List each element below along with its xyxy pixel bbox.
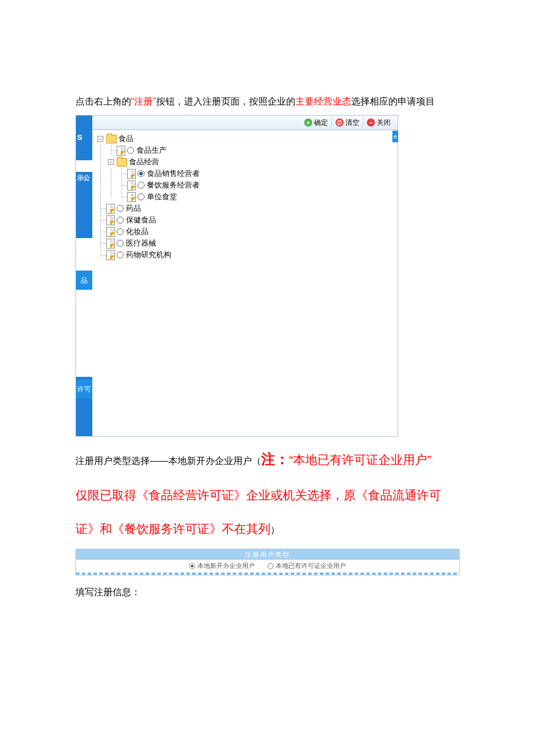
- category-tree-dialog: S 示公 品 许可 + 确定 ∅ 清空 – 关闭 e: [75, 115, 398, 437]
- radio-icon[interactable]: [117, 251, 124, 258]
- paragraph-2b: 仅限已取得《食品经营许可证》企业或机关选择，原《食品流通许可: [75, 481, 459, 510]
- folder-icon: [106, 135, 117, 143]
- user-type-option-new[interactable]: 本地新开办企业用户: [189, 561, 255, 570]
- close-label: 关闭: [377, 118, 391, 128]
- left-frag-gong: 示公: [77, 174, 90, 182]
- tree-node-drug[interactable]: 药品: [96, 203, 394, 214]
- p2-line1: “本地已有许可证企业用户”: [289, 453, 431, 466]
- page-icon: [127, 181, 136, 190]
- category-tree: − 食品 食品生产 − 食品经营: [96, 133, 394, 433]
- tree-node-food-production[interactable]: 食品生产: [96, 145, 394, 156]
- left-frag-s: S: [77, 133, 82, 142]
- radio-icon[interactable]: [138, 182, 145, 189]
- clear-button[interactable]: ∅ 清空: [331, 117, 363, 128]
- page-icon: [106, 227, 115, 237]
- radio-icon[interactable]: [117, 228, 124, 235]
- radio-icon[interactable]: [138, 170, 145, 177]
- p2-line2: 仅限已取得《食品经营许可证》企业或机关选择，原《食品流通许可: [75, 488, 441, 502]
- radio-icon: [268, 563, 273, 569]
- dialog-left-background: S 示公 品 许可: [76, 116, 92, 436]
- clear-label: 清空: [345, 118, 359, 128]
- p1-key: 主要经营业态: [295, 96, 351, 106]
- p3-text: 填写注册信息：: [75, 587, 140, 597]
- tree-node-food[interactable]: − 食品: [96, 133, 394, 145]
- plus-icon: +: [304, 118, 312, 127]
- p1-register-quote: “注册”: [131, 96, 156, 106]
- tree-node-cosmetics[interactable]: 化妆品: [96, 226, 394, 237]
- tree-node-food-sales-operator[interactable]: 食品销售经营者: [96, 168, 394, 179]
- p1-mid: 按钮，进入注册页面，按照企业的: [156, 96, 295, 106]
- tree-node-food-business[interactable]: − 食品经营: [96, 156, 394, 168]
- tree-node-canteen[interactable]: 单位食堂: [96, 191, 394, 203]
- page-icon: [106, 239, 115, 249]
- radio-icon[interactable]: [117, 217, 124, 224]
- paragraph-2: 注册用户类型选择——本地新开办企业用户（注：“本地已有许可证企业用户”: [75, 442, 459, 476]
- page-icon: [127, 169, 136, 179]
- tree-node-drug-research[interactable]: 药物研究机构: [96, 249, 394, 261]
- user-type-body: 本地新开办企业用户 本地已有许可证企业用户: [76, 560, 459, 573]
- p1-pre: 点击右上角的: [75, 96, 131, 106]
- p2-post: ）: [270, 525, 280, 535]
- radio-icon[interactable]: [117, 240, 124, 247]
- page-icon: [127, 192, 136, 202]
- tree-node-health-food[interactable]: 保健食品: [96, 214, 394, 226]
- close-button[interactable]: – 关闭: [363, 117, 394, 128]
- confirm-label: 确定: [314, 118, 328, 128]
- tree-node-medical-device[interactable]: 医疗器械: [96, 237, 394, 249]
- left-frag-pin: 品: [76, 271, 92, 290]
- user-type-panel: 注册用户类型 本地新开办企业用户 本地已有许可证企业用户: [75, 549, 460, 575]
- user-type-opt1-label: 本地新开办企业用户: [197, 561, 255, 570]
- left-frag-ke: 许可: [76, 380, 92, 398]
- page-icon: [106, 204, 115, 214]
- p1-post: 选择相应的申请项目: [351, 96, 435, 106]
- minus-icon: –: [367, 118, 375, 127]
- page-icon: [106, 215, 115, 225]
- p2-note-label: 注：: [261, 451, 289, 467]
- radio-icon[interactable]: [117, 205, 124, 212]
- page-icon: [117, 146, 125, 156]
- user-type-decor: [76, 573, 459, 575]
- tree-node-catering-operator[interactable]: 餐饮服务经营者: [96, 179, 394, 191]
- confirm-button[interactable]: + 确定: [301, 117, 331, 128]
- radio-icon[interactable]: [138, 193, 145, 200]
- user-type-header: 注册用户类型: [76, 549, 459, 560]
- dialog-toolbar: + 确定 ∅ 清空 – 关闭: [92, 116, 398, 130]
- paragraph-2c: 证》和《餐饮服务许可证》不在其列）: [75, 514, 459, 543]
- folder-icon: [117, 158, 127, 167]
- radio-icon: [189, 563, 195, 569]
- p2-line3: 证》和《餐饮服务许可证》不在其列: [75, 522, 270, 535]
- paragraph-1: 点击右上角的“注册”按钮，进入注册页面，按照企业的主要经营业态选择相应的申请项目: [75, 93, 459, 110]
- user-type-opt2-label: 本地已有许可证企业用户: [276, 561, 346, 570]
- user-type-option-existing[interactable]: 本地已有许可证企业用户: [268, 561, 346, 570]
- p2-pre: 注册用户类型选择——本地新开办企业用户（: [75, 456, 261, 466]
- page-icon: [106, 250, 115, 260]
- slash-icon: ∅: [335, 118, 344, 127]
- radio-icon[interactable]: [127, 147, 134, 154]
- paragraph-3: 填写注册信息：: [75, 584, 459, 601]
